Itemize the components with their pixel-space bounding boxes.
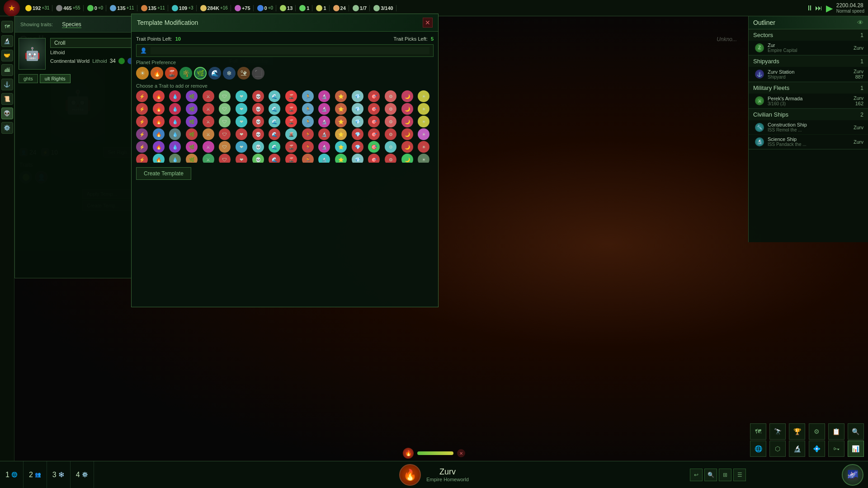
toolbar-btn-1[interactable]: ↩ — [690, 469, 703, 481]
trait-option-72[interactable]: ⚡ — [136, 141, 148, 153]
trait-option-79[interactable]: 💀 — [252, 141, 264, 153]
planet-icon-0[interactable]: ☀ — [136, 67, 149, 80]
trait-option-75[interactable]: 🌿 — [186, 141, 198, 153]
br-btn-3[interactable]: 🏆 — [789, 423, 805, 440]
trait-option-9[interactable]: 🌋 — [285, 90, 297, 102]
trait-option-80[interactable]: 🌊 — [269, 141, 280, 153]
trait-option-16[interactable]: 🌙 — [401, 90, 413, 102]
sidebar-diplo-icon[interactable]: 🤝 — [1, 50, 13, 61]
br-btn-4[interactable]: ⚙ — [809, 423, 825, 440]
outliner-armada-item[interactable]: ⚔ Perek's Armada 3/160 (3) Zurv 162 — [749, 94, 868, 108]
planet-icon-2[interactable]: 🌋 — [165, 67, 178, 80]
trait-option-104[interactable]: 🎯 — [368, 154, 380, 163]
notification-close[interactable]: ✕ — [457, 449, 465, 457]
trait-option-25[interactable]: 💀 — [252, 103, 264, 115]
trait-option-20[interactable]: 💧 — [169, 103, 181, 115]
sidebar-settings-icon[interactable]: ⚙️ — [1, 122, 13, 134]
trait-option-49[interactable]: 💎 — [352, 116, 363, 127]
outliner-eye-icon[interactable]: 👁 — [857, 19, 863, 26]
trait-option-31[interactable]: 💎 — [352, 103, 363, 115]
br-btn-8[interactable]: ⬡ — [769, 441, 786, 457]
trait-option-106[interactable]: 🌙 — [401, 154, 413, 163]
trait-option-39[interactable]: 🌿 — [186, 116, 198, 127]
trait-option-74[interactable]: 💧 — [169, 141, 181, 153]
br-btn-9[interactable]: 🔬 — [789, 441, 805, 457]
trait-option-97[interactable]: 💀 — [252, 154, 264, 163]
trait-option-28[interactable]: 🏃 — [302, 103, 314, 115]
trait-option-62[interactable]: 🌊 — [269, 128, 280, 140]
play-button[interactable]: ▶ — [826, 3, 833, 14]
outliner-science-ship-item[interactable]: 🔬 Science Ship ISS Pandack the ... Zurv — [749, 135, 868, 149]
trait-option-45[interactable]: 🌋 — [285, 116, 297, 127]
trait-option-35[interactable]: ☀ — [418, 103, 429, 115]
modal-close-button[interactable]: ✕ — [423, 18, 433, 28]
trait-option-46[interactable]: 🏃 — [302, 116, 314, 127]
planet-icon-3[interactable]: 🌴 — [179, 67, 192, 80]
trait-option-102[interactable]: ⭐ — [335, 154, 347, 163]
trait-option-11[interactable]: 🔬 — [318, 90, 330, 102]
planet-icon-7[interactable]: 🏜 — [237, 67, 250, 80]
trait-option-33[interactable]: ⚙ — [385, 103, 396, 115]
trait-option-64[interactable]: 🏃 — [302, 128, 314, 140]
trait-option-5[interactable]: 🛡 — [219, 90, 231, 102]
trait-option-37[interactable]: 🔥 — [153, 116, 165, 127]
trait-option-57[interactable]: 🌿 — [186, 128, 198, 140]
trait-option-69[interactable]: ⚙ — [385, 128, 396, 140]
planet-icon-4[interactable]: 🌿 — [194, 67, 207, 80]
outliner-construction-ship-item[interactable]: 🔧 Construction Ship ISS Remol the ... Zu… — [749, 120, 868, 135]
trait-option-10[interactable]: 🏃 — [302, 90, 314, 102]
trait-option-83[interactable]: 🔬 — [318, 141, 330, 153]
trait-option-95[interactable]: 🛡 — [219, 154, 231, 163]
trait-option-17[interactable]: ☀ — [418, 90, 429, 102]
trait-option-14[interactable]: 🎯 — [368, 90, 380, 102]
trait-option-85[interactable]: 💎 — [352, 141, 363, 153]
create-template-button[interactable]: Create Template — [136, 167, 191, 180]
trait-option-100[interactable]: 🏃 — [302, 154, 314, 163]
trait-option-3[interactable]: 🌿 — [186, 90, 198, 102]
bottom-tab-1[interactable]: 1 🌐 — [0, 461, 24, 488]
trait-option-101[interactable]: 🔬 — [318, 154, 330, 163]
search-input[interactable] — [151, 47, 429, 54]
br-btn-11[interactable]: 🗝 — [828, 441, 844, 457]
trait-option-91[interactable]: 🔥 — [153, 154, 165, 163]
sidebar-species-icon[interactable]: 👽 — [1, 108, 13, 119]
trait-option-52[interactable]: 🌙 — [401, 116, 413, 127]
trait-option-65[interactable]: 🔬 — [318, 128, 330, 140]
sidebar-tech-icon[interactable]: 🔬 — [1, 35, 13, 47]
trait-option-92[interactable]: 💧 — [169, 154, 181, 163]
trait-option-77[interactable]: 🛡 — [219, 141, 231, 153]
outliner-shipyards-header[interactable]: Shipyards 1 — [749, 56, 868, 67]
trait-option-42[interactable]: ❤ — [236, 116, 247, 127]
trait-option-30[interactable]: ⭐ — [335, 103, 347, 115]
empire-icon[interactable]: 🔥 — [399, 464, 421, 486]
sidebar-fleet-icon[interactable]: ⚓ — [1, 79, 13, 90]
bottom-tab-2[interactable]: 2 👥 — [24, 461, 47, 488]
trait-option-73[interactable]: 🔥 — [153, 141, 165, 153]
br-btn-7[interactable]: 🌐 — [750, 441, 766, 457]
trait-option-2[interactable]: 💧 — [169, 90, 181, 102]
trait-option-61[interactable]: 💀 — [252, 128, 264, 140]
trait-option-26[interactable]: 🌊 — [269, 103, 280, 115]
trait-option-56[interactable]: 💧 — [169, 128, 181, 140]
trait-option-84[interactable]: ⭐ — [335, 141, 347, 153]
galaxy-map-button[interactable]: 🌌 — [842, 464, 863, 486]
trait-option-1[interactable]: 🔥 — [153, 90, 165, 102]
outliner-civilian-header[interactable]: Civilian Ships 2 — [749, 109, 868, 120]
trait-option-13[interactable]: 💎 — [352, 90, 363, 102]
trait-option-29[interactable]: 🔬 — [318, 103, 330, 115]
pause-button[interactable]: ⏸ — [806, 4, 813, 12]
trait-option-67[interactable]: 💎 — [352, 128, 363, 140]
sidebar-colony-icon[interactable]: 🏙 — [1, 64, 13, 76]
trait-option-71[interactable]: ☀ — [418, 128, 429, 140]
trait-option-32[interactable]: 🎯 — [368, 103, 380, 115]
trait-option-50[interactable]: 🎯 — [368, 116, 380, 127]
trait-option-15[interactable]: ⚙ — [385, 90, 396, 102]
trait-option-44[interactable]: 🌊 — [269, 116, 280, 127]
planet-icon-6[interactable]: ❄ — [223, 67, 236, 80]
bottom-tab-3[interactable]: 3 ❄️ — [47, 461, 71, 488]
planet-icon-5[interactable]: 🌊 — [208, 67, 221, 80]
trait-option-59[interactable]: 🛡 — [219, 128, 231, 140]
trait-option-76[interactable]: ⚔ — [203, 141, 214, 153]
planet-icon-1[interactable]: 🔥 — [151, 67, 163, 80]
trait-option-38[interactable]: 💧 — [169, 116, 181, 127]
